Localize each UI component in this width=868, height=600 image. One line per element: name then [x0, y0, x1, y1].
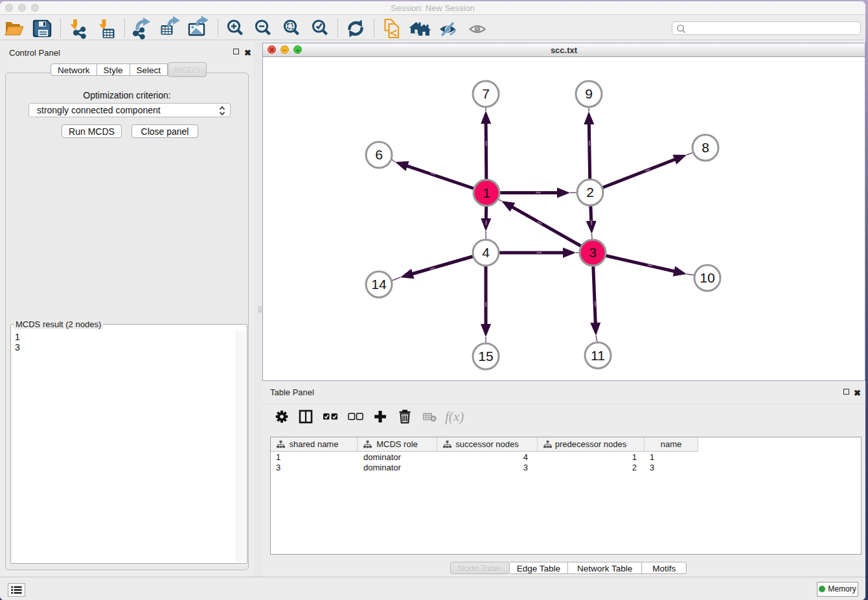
svg-text:9: 9	[585, 86, 593, 101]
svg-text:10: 10	[700, 270, 714, 285]
svg-text:6: 6	[375, 147, 383, 162]
svg-text:11: 11	[591, 348, 605, 363]
svg-text:3: 3	[589, 245, 597, 260]
svg-text:15: 15	[478, 349, 493, 363]
svg-text:2: 2	[586, 185, 594, 200]
svg-text:8: 8	[702, 140, 709, 155]
svg-text:1: 1	[483, 185, 490, 200]
svg-text:4: 4	[482, 245, 490, 260]
svg-text:7: 7	[482, 86, 490, 101]
svg-text:14: 14	[371, 277, 387, 292]
svg-text:f(x): f(x)	[445, 409, 464, 424]
